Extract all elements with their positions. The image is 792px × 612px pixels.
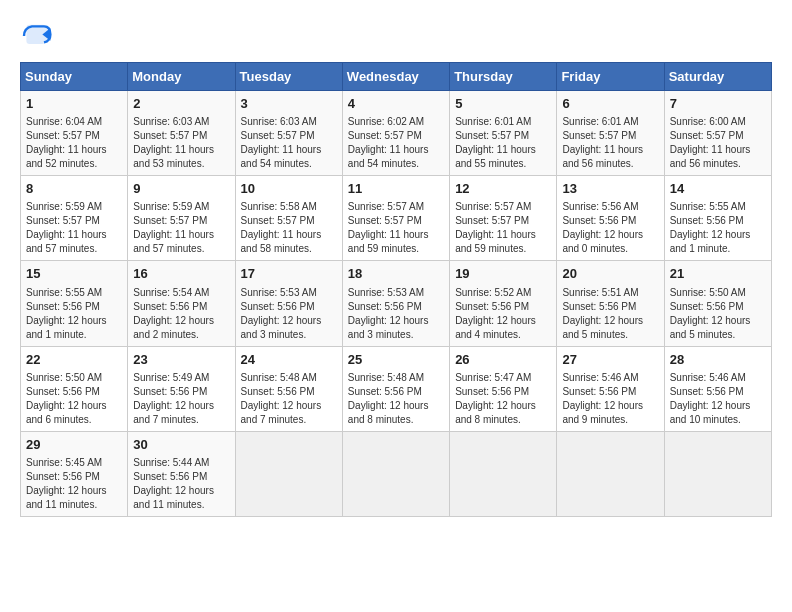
day-cell: 13Sunrise: 5:56 AMSunset: 5:56 PMDayligh…	[557, 176, 664, 261]
day-cell: 11Sunrise: 5:57 AMSunset: 5:57 PMDayligh…	[342, 176, 449, 261]
day-cell: 18Sunrise: 5:53 AMSunset: 5:56 PMDayligh…	[342, 261, 449, 346]
calendar-table: SundayMondayTuesdayWednesdayThursdayFrid…	[20, 62, 772, 517]
day-info: Sunrise: 5:59 AMSunset: 5:57 PMDaylight:…	[133, 201, 214, 254]
day-number: 9	[133, 180, 229, 198]
day-number: 26	[455, 351, 551, 369]
day-number: 2	[133, 95, 229, 113]
day-cell: 12Sunrise: 5:57 AMSunset: 5:57 PMDayligh…	[450, 176, 557, 261]
day-number: 21	[670, 265, 766, 283]
header-cell-monday: Monday	[128, 63, 235, 91]
day-number: 11	[348, 180, 444, 198]
day-info: Sunrise: 5:46 AMSunset: 5:56 PMDaylight:…	[670, 372, 751, 425]
day-cell: 29Sunrise: 5:45 AMSunset: 5:56 PMDayligh…	[21, 431, 128, 516]
day-cell: 5Sunrise: 6:01 AMSunset: 5:57 PMDaylight…	[450, 91, 557, 176]
day-number: 15	[26, 265, 122, 283]
logo	[20, 20, 56, 52]
day-number: 16	[133, 265, 229, 283]
day-cell: 22Sunrise: 5:50 AMSunset: 5:56 PMDayligh…	[21, 346, 128, 431]
logo-icon	[20, 20, 52, 52]
day-number: 10	[241, 180, 337, 198]
day-info: Sunrise: 6:00 AMSunset: 5:57 PMDaylight:…	[670, 116, 751, 169]
day-cell	[235, 431, 342, 516]
week-row-2: 8Sunrise: 5:59 AMSunset: 5:57 PMDaylight…	[21, 176, 772, 261]
day-number: 24	[241, 351, 337, 369]
day-number: 8	[26, 180, 122, 198]
day-cell: 28Sunrise: 5:46 AMSunset: 5:56 PMDayligh…	[664, 346, 771, 431]
day-number: 19	[455, 265, 551, 283]
day-cell: 15Sunrise: 5:55 AMSunset: 5:56 PMDayligh…	[21, 261, 128, 346]
day-info: Sunrise: 6:01 AMSunset: 5:57 PMDaylight:…	[562, 116, 643, 169]
day-cell: 7Sunrise: 6:00 AMSunset: 5:57 PMDaylight…	[664, 91, 771, 176]
header-row: SundayMondayTuesdayWednesdayThursdayFrid…	[21, 63, 772, 91]
day-info: Sunrise: 6:04 AMSunset: 5:57 PMDaylight:…	[26, 116, 107, 169]
day-cell: 21Sunrise: 5:50 AMSunset: 5:56 PMDayligh…	[664, 261, 771, 346]
day-info: Sunrise: 5:47 AMSunset: 5:56 PMDaylight:…	[455, 372, 536, 425]
day-info: Sunrise: 5:58 AMSunset: 5:57 PMDaylight:…	[241, 201, 322, 254]
day-info: Sunrise: 5:45 AMSunset: 5:56 PMDaylight:…	[26, 457, 107, 510]
day-info: Sunrise: 5:50 AMSunset: 5:56 PMDaylight:…	[670, 287, 751, 340]
day-number: 23	[133, 351, 229, 369]
day-cell: 9Sunrise: 5:59 AMSunset: 5:57 PMDaylight…	[128, 176, 235, 261]
day-number: 30	[133, 436, 229, 454]
day-info: Sunrise: 5:55 AMSunset: 5:56 PMDaylight:…	[26, 287, 107, 340]
week-row-3: 15Sunrise: 5:55 AMSunset: 5:56 PMDayligh…	[21, 261, 772, 346]
day-info: Sunrise: 5:53 AMSunset: 5:56 PMDaylight:…	[241, 287, 322, 340]
day-number: 17	[241, 265, 337, 283]
day-number: 5	[455, 95, 551, 113]
day-info: Sunrise: 6:03 AMSunset: 5:57 PMDaylight:…	[133, 116, 214, 169]
day-number: 20	[562, 265, 658, 283]
day-cell: 17Sunrise: 5:53 AMSunset: 5:56 PMDayligh…	[235, 261, 342, 346]
day-number: 22	[26, 351, 122, 369]
day-cell: 4Sunrise: 6:02 AMSunset: 5:57 PMDaylight…	[342, 91, 449, 176]
page-header	[20, 20, 772, 52]
day-number: 13	[562, 180, 658, 198]
day-info: Sunrise: 5:48 AMSunset: 5:56 PMDaylight:…	[348, 372, 429, 425]
day-info: Sunrise: 5:48 AMSunset: 5:56 PMDaylight:…	[241, 372, 322, 425]
day-info: Sunrise: 6:03 AMSunset: 5:57 PMDaylight:…	[241, 116, 322, 169]
day-number: 4	[348, 95, 444, 113]
day-number: 18	[348, 265, 444, 283]
day-number: 3	[241, 95, 337, 113]
day-info: Sunrise: 5:44 AMSunset: 5:56 PMDaylight:…	[133, 457, 214, 510]
header-cell-friday: Friday	[557, 63, 664, 91]
day-number: 14	[670, 180, 766, 198]
day-number: 27	[562, 351, 658, 369]
day-cell: 30Sunrise: 5:44 AMSunset: 5:56 PMDayligh…	[128, 431, 235, 516]
week-row-5: 29Sunrise: 5:45 AMSunset: 5:56 PMDayligh…	[21, 431, 772, 516]
day-cell: 25Sunrise: 5:48 AMSunset: 5:56 PMDayligh…	[342, 346, 449, 431]
day-cell: 1Sunrise: 6:04 AMSunset: 5:57 PMDaylight…	[21, 91, 128, 176]
day-info: Sunrise: 5:57 AMSunset: 5:57 PMDaylight:…	[455, 201, 536, 254]
day-cell: 8Sunrise: 5:59 AMSunset: 5:57 PMDaylight…	[21, 176, 128, 261]
day-number: 25	[348, 351, 444, 369]
day-cell: 16Sunrise: 5:54 AMSunset: 5:56 PMDayligh…	[128, 261, 235, 346]
day-cell	[557, 431, 664, 516]
day-number: 29	[26, 436, 122, 454]
day-info: Sunrise: 5:52 AMSunset: 5:56 PMDaylight:…	[455, 287, 536, 340]
day-cell: 26Sunrise: 5:47 AMSunset: 5:56 PMDayligh…	[450, 346, 557, 431]
day-cell: 27Sunrise: 5:46 AMSunset: 5:56 PMDayligh…	[557, 346, 664, 431]
day-number: 12	[455, 180, 551, 198]
day-cell: 2Sunrise: 6:03 AMSunset: 5:57 PMDaylight…	[128, 91, 235, 176]
day-cell: 23Sunrise: 5:49 AMSunset: 5:56 PMDayligh…	[128, 346, 235, 431]
day-info: Sunrise: 5:55 AMSunset: 5:56 PMDaylight:…	[670, 201, 751, 254]
day-info: Sunrise: 5:51 AMSunset: 5:56 PMDaylight:…	[562, 287, 643, 340]
day-info: Sunrise: 5:46 AMSunset: 5:56 PMDaylight:…	[562, 372, 643, 425]
day-info: Sunrise: 6:01 AMSunset: 5:57 PMDaylight:…	[455, 116, 536, 169]
day-cell: 6Sunrise: 6:01 AMSunset: 5:57 PMDaylight…	[557, 91, 664, 176]
day-cell: 14Sunrise: 5:55 AMSunset: 5:56 PMDayligh…	[664, 176, 771, 261]
day-number: 28	[670, 351, 766, 369]
day-cell	[342, 431, 449, 516]
week-row-4: 22Sunrise: 5:50 AMSunset: 5:56 PMDayligh…	[21, 346, 772, 431]
day-cell	[450, 431, 557, 516]
day-info: Sunrise: 6:02 AMSunset: 5:57 PMDaylight:…	[348, 116, 429, 169]
header-cell-tuesday: Tuesday	[235, 63, 342, 91]
day-info: Sunrise: 5:50 AMSunset: 5:56 PMDaylight:…	[26, 372, 107, 425]
day-cell: 3Sunrise: 6:03 AMSunset: 5:57 PMDaylight…	[235, 91, 342, 176]
day-info: Sunrise: 5:54 AMSunset: 5:56 PMDaylight:…	[133, 287, 214, 340]
day-info: Sunrise: 5:53 AMSunset: 5:56 PMDaylight:…	[348, 287, 429, 340]
day-cell: 24Sunrise: 5:48 AMSunset: 5:56 PMDayligh…	[235, 346, 342, 431]
day-cell: 19Sunrise: 5:52 AMSunset: 5:56 PMDayligh…	[450, 261, 557, 346]
day-info: Sunrise: 5:59 AMSunset: 5:57 PMDaylight:…	[26, 201, 107, 254]
week-row-1: 1Sunrise: 6:04 AMSunset: 5:57 PMDaylight…	[21, 91, 772, 176]
day-number: 1	[26, 95, 122, 113]
